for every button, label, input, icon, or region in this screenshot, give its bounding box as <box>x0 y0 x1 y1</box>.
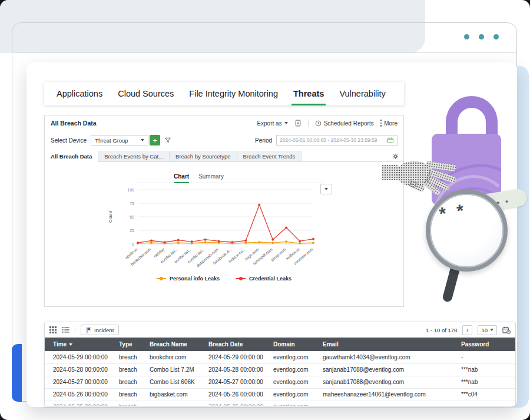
page-size-select[interactable]: 10 <box>478 325 497 335</box>
add-device-button[interactable]: + <box>150 135 160 145</box>
table-header-row: TimeTypeBreach NameBreach DateDomainEmai… <box>45 338 515 351</box>
viewtab-chart[interactable]: Chart <box>174 173 189 180</box>
device-group: Threat Group + <box>91 135 160 145</box>
blue-accent-bar <box>12 344 22 402</box>
export-file-icon[interactable] <box>294 120 302 127</box>
legend-item-credential-leaks[interactable]: Credential Leaks <box>236 276 292 282</box>
divider <box>75 326 75 333</box>
period-input[interactable]: 2024-05-01 00:00:00 - 2024-05-30 23:59:5… <box>276 135 398 145</box>
svg-text:75: 75 <box>130 201 134 206</box>
tab-applications[interactable]: Applications <box>49 82 110 105</box>
grid-view-icon[interactable] <box>49 326 57 333</box>
window-dot[interactable] <box>493 34 499 39</box>
filter-funnel-icon[interactable] <box>164 137 171 144</box>
breach-table-card: Incident 1 - 10 of 178 › 10 TimeTypeBrea… <box>44 322 516 406</box>
breach-panel: All Breach Data Export as Scheduled Repo… <box>44 115 404 307</box>
list-view-icon[interactable] <box>62 326 69 333</box>
col-time[interactable]: Time <box>45 338 114 351</box>
calendar-icon <box>387 137 394 144</box>
tab-file-integrity-monitoring[interactable]: File Integrity Monitoring <box>181 82 286 105</box>
magnified-mask-text: * * <box>438 200 468 224</box>
breach-trend-chart: 0255075100Countapollo.iobookchor.comcit0… <box>104 185 327 273</box>
subtab-breach-by-sourcetype[interactable]: Breach by Sourcetype <box>170 151 237 161</box>
schedule-export-icon[interactable] <box>502 326 511 334</box>
svg-text:Count: Count <box>108 210 113 223</box>
panel-title: All Breach Data <box>51 120 97 127</box>
svg-text:100: 100 <box>127 188 134 192</box>
col-password[interactable]: Password <box>456 338 515 351</box>
table-row[interactable]: 2024-05-28 00:00:00breachCombo List 7.2M… <box>45 363 515 376</box>
panel-actions: Export as Scheduled Reports More <box>257 120 398 127</box>
select-device-label: Select Device <box>51 137 87 144</box>
subtab-breach-events-by-cat[interactable]: Breach Events by Cat... <box>98 151 170 161</box>
tab-vulnerability[interactable]: Vulnerability <box>332 82 393 105</box>
chart-view-tabs: ChartSummary <box>136 173 324 183</box>
export-as-button[interactable]: Export as <box>257 120 287 127</box>
svg-text:25: 25 <box>130 229 134 233</box>
magnifier-lens: * * <box>426 190 508 272</box>
chevron-down-icon <box>141 139 144 141</box>
panel-header: All Breach Data Export as Scheduled Repo… <box>45 115 403 131</box>
subtab-breach-event-trends[interactable]: Breach Event Trends <box>237 151 302 161</box>
svg-text:pizap.com: pizap.com <box>270 247 287 262</box>
breach-subtabs: All Breach DataBreach Events by Cat...Br… <box>45 151 403 162</box>
table-row[interactable]: 2024-05-27 00:00:00breachCombo List 606K… <box>45 376 515 388</box>
col-domain[interactable]: Domain <box>269 338 318 351</box>
legend-item-personal-info-leaks[interactable]: Personal info Leaks <box>157 276 220 282</box>
col-breach-name[interactable]: Breach Name <box>145 338 204 351</box>
table-row[interactable]: 2024-05-29 00:00:00breachbookchor.com202… <box>45 351 515 363</box>
svg-text:50: 50 <box>130 215 134 219</box>
window-controls <box>464 34 499 39</box>
col-breach-date[interactable]: Breach Date <box>204 338 269 351</box>
window-dot[interactable] <box>464 34 469 39</box>
table-row[interactable]: 2024-05-25 00:00:00breach2024-05-25 00:0… <box>45 401 515 406</box>
device-select-value: Threat Group <box>95 137 128 144</box>
next-page-button[interactable]: › <box>462 325 472 335</box>
scheduled-reports-label: Scheduled Reports <box>324 120 374 127</box>
viewtab-summary[interactable]: Summary <box>198 173 224 180</box>
main-tabbar: ApplicationsCloud SourcesFile Integrity … <box>44 82 404 105</box>
period-label: Period <box>255 137 272 144</box>
clock-icon <box>315 120 322 127</box>
screenshot-root: ApplicationsCloud SourcesFile Integrity … <box>0 0 530 420</box>
incident-button[interactable]: Incident <box>81 325 119 335</box>
scheduled-reports-button[interactable]: Scheduled Reports <box>315 120 374 127</box>
pagination-label: 1 - 10 of 178 <box>426 327 457 333</box>
device-select[interactable]: Threat Group <box>91 135 148 145</box>
incident-label: Incident <box>94 327 114 333</box>
more-button[interactable]: More <box>380 120 398 127</box>
tab-cloud-sources[interactable]: Cloud Sources <box>110 82 181 105</box>
window-header-divider <box>13 52 516 53</box>
kebab-icon <box>380 120 382 127</box>
page-size-value: 10 <box>481 327 488 333</box>
table-row[interactable]: 2024-05-26 00:00:00breachbigbasket.com20… <box>45 388 515 401</box>
chevron-down-icon <box>284 122 288 124</box>
chart-legend: Personal info LeaksCredential Leaks <box>45 276 403 282</box>
sort-caret-icon <box>69 343 72 346</box>
more-label: More <box>384 120 398 127</box>
filter-row: Select Device Threat Group + Period 2024… <box>45 133 403 147</box>
incident-flag-icon <box>86 327 92 333</box>
table-toolbar: Incident 1 - 10 of 178 › 10 <box>45 322 515 338</box>
subtab-all-breach-data[interactable]: All Breach Data <box>45 151 98 162</box>
col-type[interactable]: Type <box>114 338 145 351</box>
divider <box>308 120 309 127</box>
breach-table: TimeTypeBreach NameBreach DateDomainEmai… <box>45 338 515 406</box>
window-dot[interactable] <box>479 34 484 39</box>
chevron-down-icon <box>490 329 493 331</box>
tab-threats[interactable]: Threats <box>286 82 332 105</box>
svg-text:0: 0 <box>132 242 134 246</box>
export-as-label: Export as <box>257 120 281 127</box>
period-value: 2024-05-01 00:00:00 - 2024-05-30 23:59:5… <box>280 137 385 143</box>
col-email[interactable]: Email <box>318 338 456 351</box>
